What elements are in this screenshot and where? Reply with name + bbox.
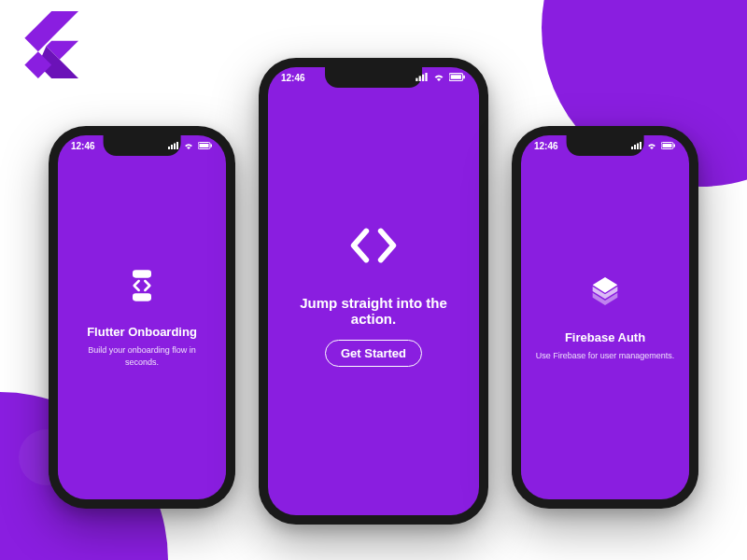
svg-rect-22 — [637, 144, 639, 150]
svg-rect-15 — [422, 75, 424, 81]
svg-rect-25 — [663, 144, 672, 147]
wifi-icon — [183, 141, 194, 151]
status-bar: 12:46 — [521, 141, 689, 151]
svg-rect-19 — [463, 76, 465, 78]
svg-rect-12 — [133, 293, 151, 301]
svg-rect-9 — [200, 144, 209, 147]
svg-rect-14 — [419, 76, 421, 81]
phone-mockup-onboarding: 12:46 — [49, 126, 235, 509]
battery-icon — [661, 141, 676, 151]
status-bar: 12:46 — [268, 73, 479, 83]
onboarding-device-icon — [123, 267, 161, 308]
battery-icon — [198, 141, 213, 151]
svg-rect-6 — [174, 144, 176, 150]
svg-rect-18 — [451, 75, 461, 79]
code-brackets-icon — [345, 217, 402, 278]
battery-icon — [449, 73, 466, 83]
svg-rect-5 — [171, 145, 173, 149]
signal-icon — [168, 141, 179, 151]
phone-mockup-auth: 12:46 — [512, 126, 698, 509]
status-bar: 12:46 — [58, 141, 226, 151]
wifi-icon — [646, 141, 657, 151]
wifi-icon — [432, 73, 445, 83]
phone-mockup-welcome: 12:46 Jum — [259, 58, 488, 525]
screen-auth: 12:46 — [521, 135, 689, 499]
screen-onboarding: 12:46 — [58, 135, 226, 499]
svg-rect-20 — [631, 147, 633, 149]
auth-title: Firebase Auth — [565, 330, 645, 344]
svg-rect-13 — [416, 78, 417, 81]
welcome-title: Jump straight into the action. — [281, 295, 466, 327]
onboarding-title: Flutter Onboarding — [87, 325, 197, 339]
svg-rect-16 — [425, 73, 427, 81]
svg-rect-23 — [640, 142, 641, 149]
status-time: 12:46 — [534, 141, 558, 151]
svg-rect-7 — [176, 142, 178, 149]
layers-icon — [586, 273, 624, 314]
status-time: 12:46 — [281, 73, 305, 83]
svg-rect-10 — [211, 145, 213, 147]
signal-icon — [631, 141, 642, 151]
svg-rect-21 — [634, 145, 636, 149]
svg-rect-26 — [674, 145, 676, 147]
get-started-button[interactable]: Get Started — [325, 340, 422, 367]
auth-subtitle: Use Firebase for user managements. — [536, 350, 675, 362]
svg-rect-11 — [133, 270, 151, 277]
status-time: 12:46 — [71, 141, 95, 151]
svg-rect-4 — [168, 147, 170, 149]
onboarding-subtitle: Build your onboarding flow in seconds. — [71, 344, 213, 368]
signal-icon — [416, 73, 429, 83]
screen-welcome: 12:46 Jum — [268, 67, 479, 515]
